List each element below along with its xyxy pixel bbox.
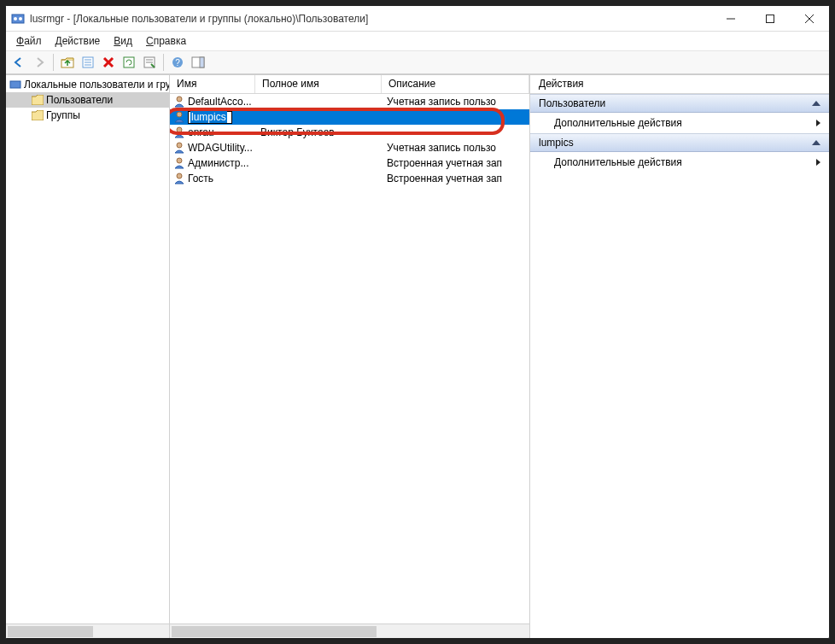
actions-item[interactable]: Дополнительные действия [530, 113, 829, 133]
show-actions-pane-button[interactable] [189, 53, 207, 72]
window-title: lusrmgr - [Локальные пользователи и груп… [30, 13, 711, 25]
scrollbar-thumb[interactable] [8, 626, 93, 637]
actions-item-label: Дополнительные действия [554, 117, 682, 129]
tree[interactable]: Локальные пользователи и группы Пользова… [6, 75, 169, 624]
column-header-fullname[interactable]: Полное имя [255, 75, 382, 93]
cell-description: Встроенная учетная зап [382, 157, 529, 169]
cell-description: Встроенная учетная зап [382, 173, 529, 184]
actions-section-header[interactable]: Пользователи [530, 94, 829, 113]
submenu-arrow-icon [816, 120, 820, 126]
user-icon [173, 96, 185, 108]
cell-name: lumpics [170, 111, 255, 124]
export-list-button[interactable] [140, 53, 159, 72]
properties-button[interactable] [79, 53, 97, 72]
folder-icon [32, 95, 44, 105]
tree-node-users[interactable]: Пользователи [6, 92, 169, 108]
actions-item-label: Дополнительные действия [554, 156, 682, 168]
window-controls [711, 6, 829, 31]
menubar: Файл Действие Вид Справка [6, 32, 829, 50]
column-header-name[interactable]: Имя [170, 75, 255, 93]
help-button[interactable]: ? [168, 53, 187, 72]
actions-section-title: lumpics [539, 137, 574, 149]
svg-point-26 [177, 143, 182, 148]
tree-horizontal-scrollbar[interactable] [6, 624, 169, 638]
submenu-arrow-icon [816, 159, 820, 166]
list-body[interactable]: DefaultAcco...Учетная запись пользоlumpi… [170, 94, 529, 624]
list-row[interactable]: lumpics [170, 109, 529, 125]
list-row[interactable]: onrauВиктор Бухтеев [170, 125, 529, 140]
back-button[interactable] [9, 53, 28, 72]
collapse-arrow-icon [812, 101, 820, 106]
actions-pane: Действия ПользователиДополнительные дейс… [530, 75, 829, 638]
cell-name-text: Администр... [188, 157, 248, 169]
client-area: Локальные пользователи и группы Пользова… [6, 74, 829, 638]
actions-pane-title: Действия [530, 75, 829, 94]
app-window: lusrmgr - [Локальные пользователи и груп… [5, 5, 830, 639]
cell-name: WDAGUtility... [170, 142, 255, 154]
collapse-arrow-icon [812, 140, 820, 145]
svg-rect-21 [200, 57, 204, 67]
actions-item[interactable]: Дополнительные действия [530, 152, 829, 173]
list-row[interactable]: DefaultAcco...Учетная запись пользо [170, 94, 529, 109]
list-pane: Имя Полное имя Описание DefaultAcco...Уч… [170, 75, 530, 638]
app-icon [11, 12, 25, 26]
delete-button[interactable] [99, 53, 118, 72]
up-folder-button[interactable] [58, 53, 77, 72]
maximize-button[interactable] [750, 6, 790, 31]
cell-name-text: onrau [188, 126, 214, 138]
user-icon [173, 126, 185, 138]
column-header-description[interactable]: Описание [382, 75, 529, 93]
menu-help[interactable]: Справка [139, 33, 193, 49]
refresh-button[interactable] [120, 53, 138, 72]
close-button[interactable] [790, 6, 829, 31]
list-header: Имя Полное имя Описание [170, 75, 529, 94]
svg-rect-14 [124, 57, 134, 67]
tree-root-label: Локальные пользователи и группы [24, 79, 169, 91]
cell-fullname: Виктор Бухтеев [255, 126, 382, 138]
user-icon [173, 142, 185, 154]
cell-description: Учетная запись пользо [382, 96, 529, 108]
tree-pane: Локальные пользователи и группы Пользова… [6, 75, 170, 638]
list-row[interactable]: ГостьВстроенная учетная зап [170, 171, 529, 186]
svg-rect-22 [10, 81, 20, 88]
svg-point-28 [177, 173, 182, 179]
tree-root[interactable]: Локальные пользователи и группы [6, 77, 169, 92]
list-row[interactable]: WDAGUtility...Учетная запись пользо [170, 140, 529, 155]
user-icon [173, 157, 185, 169]
folder-icon [32, 110, 44, 120]
toolbar-separator [163, 54, 164, 71]
tree-node-label: Группы [46, 109, 80, 121]
cell-name-text: WDAGUtility... [188, 142, 253, 154]
menu-view[interactable]: Вид [107, 33, 139, 49]
svg-point-24 [177, 112, 182, 117]
tree-node-groups[interactable]: Группы [6, 108, 169, 123]
svg-point-1 [14, 17, 17, 20]
toolbar-separator [53, 54, 54, 71]
svg-rect-4 [767, 15, 774, 22]
scrollbar-thumb[interactable] [172, 626, 377, 637]
minimize-button[interactable] [711, 6, 750, 31]
actions-body: ПользователиДополнительные действияlumpi… [530, 94, 829, 638]
menu-file[interactable]: Файл [9, 33, 49, 49]
svg-point-23 [177, 97, 182, 102]
svg-point-2 [19, 17, 22, 20]
menu-action[interactable]: Действие [49, 33, 108, 49]
tree-node-label: Пользователи [46, 94, 113, 106]
cell-description: Учетная запись пользо [382, 142, 529, 154]
user-icon [173, 111, 185, 123]
user-icon [173, 173, 185, 184]
toolbar: ? [6, 50, 829, 74]
cell-name: DefaultAcco... [170, 96, 255, 108]
forward-button[interactable] [30, 53, 49, 72]
list-row[interactable]: Администр...Встроенная учетная зап [170, 155, 529, 171]
cell-name: Гость [170, 173, 255, 184]
titlebar[interactable]: lusrmgr - [Локальные пользователи и груп… [6, 6, 829, 32]
cell-name-text: Гость [188, 173, 213, 184]
cell-name: onrau [170, 126, 255, 138]
actions-section-header[interactable]: lumpics [530, 133, 829, 152]
lusrmgr-icon [9, 79, 21, 91]
svg-text:?: ? [175, 58, 180, 67]
list-horizontal-scrollbar[interactable] [170, 624, 529, 638]
svg-point-27 [177, 158, 182, 163]
rename-input[interactable]: lumpics [188, 111, 232, 124]
